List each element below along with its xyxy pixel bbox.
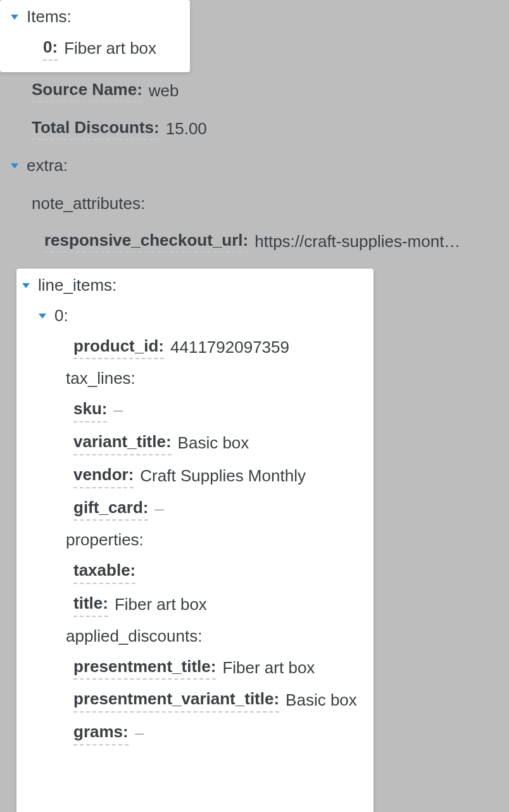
- json-tree-viewer: Source Name: web Total Discounts: 15.00 …: [0, 0, 509, 812]
- key-presentment-variant-title: presentment_variant_title:: [73, 688, 279, 713]
- svg-marker-2: [22, 283, 30, 288]
- key-sku: sku:: [73, 398, 107, 422]
- key-source-name: Source Name:: [32, 80, 142, 102]
- row-variant-title: variant_title: Basic box: [20, 431, 365, 455]
- key-item-0: 0:: [43, 37, 58, 61]
- row-taxable: taxable:: [20, 560, 365, 584]
- row-responsive-checkout: responsive_checkout_url: https://craft-s…: [0, 231, 503, 253]
- panel-items: Items: 0: Fiber art box: [0, 0, 190, 72]
- svg-marker-3: [39, 314, 46, 319]
- key-gift-card: gift_card:: [73, 497, 148, 521]
- val-responsive-checkout: https://craft-supplies-mont…: [254, 232, 460, 251]
- row-vendor: vendor: Craft Supplies Monthly: [20, 464, 365, 488]
- row-grams: grams: –: [20, 721, 365, 745]
- chevron-down-icon: [37, 311, 47, 321]
- key-title: title:: [73, 593, 108, 617]
- val-vendor: Craft Supplies Monthly: [140, 466, 306, 487]
- key-total-discounts: Total Discounts:: [32, 118, 160, 140]
- row-gift-card: gift_card: –: [20, 497, 365, 521]
- toggle-line-items[interactable]: [20, 280, 32, 291]
- key-applied-discounts: applied_discounts:: [66, 626, 202, 647]
- key-responsive-checkout: responsive_checkout_url:: [44, 231, 248, 253]
- svg-marker-1: [11, 15, 18, 20]
- val-grams: –: [135, 723, 144, 744]
- key-vendor: vendor:: [73, 464, 134, 488]
- key-presentment-title: presentment_title:: [73, 656, 216, 680]
- val-source-name: web: [149, 81, 179, 101]
- chevron-down-icon: [21, 281, 31, 291]
- row-item-0: 0: Fiber art box: [9, 37, 181, 61]
- row-total-discounts: Total Discounts: 15.00: [0, 118, 509, 140]
- row-presentment-variant-title: presentment_variant_title: Basic box: [20, 688, 365, 713]
- key-tax-lines: tax_lines:: [66, 368, 135, 390]
- key-properties: properties:: [66, 530, 144, 551]
- val-presentment-title: Fiber art box: [222, 657, 315, 679]
- row-note-attributes: note_attributes:: [0, 194, 509, 213]
- row-source-name: Source Name: web: [0, 80, 509, 102]
- row-items: Items:: [9, 6, 181, 28]
- toggle-items[interactable]: [9, 11, 20, 23]
- row-line-items: line_items:: [20, 275, 365, 296]
- row-tax-lines: tax_lines:: [20, 368, 365, 390]
- val-presentment-variant-title: Basic box: [286, 690, 357, 711]
- row-properties: properties:: [20, 530, 365, 551]
- key-line-item-0: 0:: [54, 305, 68, 327]
- row-line-item-0: 0:: [20, 305, 365, 327]
- key-extra: extra:: [27, 156, 68, 175]
- val-total-discounts: 15.00: [166, 119, 207, 139]
- row-sku: sku: –: [20, 398, 365, 422]
- row-applied-discounts: applied_discounts:: [20, 626, 365, 647]
- panel-line-items: line_items: 0: product_id: 4411792097359…: [16, 269, 374, 812]
- toggle-line-item-0[interactable]: [37, 310, 48, 322]
- val-product-id: 4411792097359: [170, 337, 289, 358]
- key-line-items: line_items:: [38, 275, 116, 296]
- val-sku: –: [113, 400, 122, 421]
- val-variant-title: Basic box: [178, 433, 249, 454]
- key-items: Items:: [27, 6, 72, 28]
- row-title: title: Fiber art box: [20, 593, 365, 617]
- row-presentment-title: presentment_title: Fiber art box: [20, 656, 365, 680]
- row-product-id: product_id: 4411792097359: [20, 336, 365, 360]
- val-title: Fiber art box: [115, 594, 207, 616]
- key-grams: grams:: [73, 721, 129, 745]
- key-product-id: product_id:: [73, 336, 164, 360]
- row-extra: extra:: [0, 156, 509, 175]
- val-gift-card: –: [154, 498, 163, 520]
- key-note-attributes: note_attributes:: [32, 194, 145, 213]
- key-variant-title: variant_title:: [73, 431, 172, 455]
- key-taxable: taxable:: [73, 560, 135, 584]
- toggle-extra[interactable]: [9, 160, 20, 172]
- chevron-down-icon: [9, 161, 20, 171]
- svg-marker-0: [11, 163, 18, 168]
- val-item-0: Fiber art box: [64, 38, 156, 60]
- chevron-down-icon: [9, 12, 20, 22]
